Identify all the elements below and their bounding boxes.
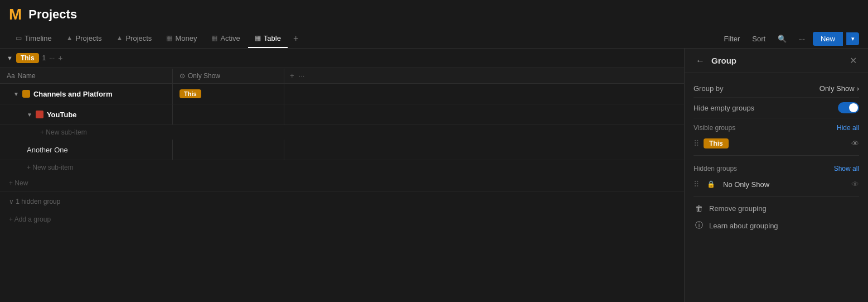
divider2	[694, 196, 859, 196]
filter-button[interactable]: Filter	[719, 32, 744, 45]
row-channels-name-cell: ▼ Channels and Platform	[0, 84, 173, 104]
table-row: ▼ Channels and Platform This	[0, 84, 684, 104]
hidden-groups-label: Hidden groups	[694, 165, 737, 172]
visible-group-tag-this: This	[704, 138, 729, 148]
hide-empty-groups-row: Hide empty groups	[694, 98, 859, 118]
col-add-actions: + ···	[284, 68, 310, 83]
add-column-button[interactable]: +	[290, 71, 294, 80]
tab-projects1-label: Projects	[76, 34, 102, 42]
row-youtube-name-cell: ▼ YouTube	[0, 104, 173, 124]
new-sub-item-youtube-label: + New sub-item	[40, 128, 87, 136]
table-icon: ▦	[255, 34, 261, 42]
hidden-groups-header: Hidden groups Show all	[694, 159, 859, 176]
new-button[interactable]: New	[813, 32, 843, 46]
row-youtube-name[interactable]: YouTube	[47, 111, 77, 119]
row-channels-toggle[interactable]: ▼	[13, 91, 19, 97]
group-by-label: Group by	[694, 84, 723, 93]
tab-money-label: Money	[175, 34, 197, 42]
panel-title: Group	[711, 56, 843, 65]
row-youtube-toggle[interactable]: ▼	[27, 112, 32, 118]
row-channels-rest-cell	[284, 84, 684, 104]
app-logo: M	[9, 6, 22, 23]
hide-empty-label: Hide empty groups	[694, 104, 754, 112]
hide-empty-toggle[interactable]	[838, 102, 859, 113]
name-col-icon: Aa	[7, 72, 15, 80]
table-area: ▼ This 1 ··· + Aa Name ⊙ Only Show + ···	[0, 49, 684, 302]
hidden-group-label: ∨ 1 hidden group	[9, 198, 60, 205]
group-collapse-toggle[interactable]: ▼	[7, 55, 13, 61]
tab-timeline-label: Timeline	[25, 34, 52, 42]
tab-projects2-label: Projects	[125, 34, 152, 42]
drag-handle-this[interactable]: ⠿	[694, 139, 699, 148]
more-options-button[interactable]: ···	[794, 32, 809, 45]
group-more-button[interactable]: ···	[49, 54, 55, 62]
visibility-toggle-no-only-show[interactable]: 👁	[851, 180, 859, 189]
new-sub-item-channels[interactable]: + New sub-item	[0, 160, 684, 175]
more-columns-button[interactable]: ···	[299, 71, 305, 80]
visible-groups-label: Visible groups	[694, 124, 735, 132]
divider	[694, 155, 859, 156]
sort-button[interactable]: Sort	[748, 32, 770, 45]
add-tab-button[interactable]: +	[289, 29, 303, 48]
hide-all-button[interactable]: Hide all	[837, 124, 859, 132]
hidden-group-name: No Only Show	[723, 180, 769, 189]
new-row-label: + New	[9, 179, 28, 187]
visible-group-item-this: ⠿ This 👁	[694, 135, 859, 152]
name-col-label: Name	[18, 72, 36, 80]
hidden-group-toggle[interactable]: ∨ 1 hidden group	[0, 192, 684, 211]
tab-table-label: Table	[264, 34, 281, 42]
app-header: M Projects	[0, 0, 868, 29]
tab-projects2[interactable]: ▲ Projects	[110, 30, 159, 48]
eye-off-icon: 👁	[851, 180, 859, 189]
group-by-value[interactable]: Only Show ›	[819, 84, 859, 93]
money-icon: ▦	[166, 34, 172, 42]
remove-grouping-row[interactable]: 🗑 Remove grouping	[694, 200, 859, 217]
group-count: 1	[42, 54, 46, 62]
tab-table[interactable]: ▦ Table	[248, 30, 288, 48]
add-group-button[interactable]: + Add a group	[0, 211, 684, 228]
panel-back-button[interactable]: ←	[694, 56, 707, 66]
tab-active[interactable]: ▦ Active	[205, 30, 246, 48]
tab-projects1[interactable]: ▲ Projects	[60, 30, 109, 48]
toggle-knob	[849, 103, 858, 112]
panel-header: ← Group ✕	[685, 49, 868, 73]
new-sub-item-youtube[interactable]: + New sub-item	[0, 125, 684, 140]
row-another-status-cell	[173, 140, 284, 160]
row-channels-status-tag[interactable]: This	[180, 89, 201, 98]
drag-handle-no-only-show[interactable]: ⠿	[694, 180, 699, 189]
row-youtube-status-cell	[173, 104, 284, 124]
row-channels-icon	[22, 90, 30, 98]
row-another-name[interactable]: Another One	[27, 146, 68, 154]
panel-close-button[interactable]: ✕	[847, 55, 859, 66]
new-button-dropdown[interactable]: ▾	[846, 32, 859, 45]
group-by-row: Group by Only Show ›	[694, 80, 859, 98]
column-headers: Aa Name ⊙ Only Show + ···	[0, 68, 684, 84]
group-by-chevron-icon: ›	[857, 84, 859, 93]
group-add-button[interactable]: +	[58, 54, 62, 63]
show-all-button[interactable]: Show all	[834, 165, 859, 172]
row-another-name-cell: Another One	[0, 140, 173, 160]
search-button[interactable]: 🔍	[773, 32, 791, 45]
only-show-col-icon: ⊙	[180, 72, 185, 80]
tab-money[interactable]: ▦ Money	[159, 30, 203, 48]
group-by-value-text: Only Show	[819, 84, 855, 93]
learn-grouping-row[interactable]: ⓘ Learn about grouping	[694, 217, 859, 234]
remove-grouping-label: Remove grouping	[709, 204, 767, 213]
col-name-header: Aa Name	[0, 69, 173, 83]
tab-timeline[interactable]: ▭ Timeline	[9, 30, 59, 48]
projects2-icon: ▲	[117, 34, 123, 42]
row-youtube-icon	[36, 111, 43, 118]
visibility-toggle-this[interactable]: 👁	[851, 139, 859, 148]
new-row-button[interactable]: + New	[0, 175, 684, 192]
search-icon: 🔍	[778, 35, 787, 43]
hidden-group-lock-icon: 🔒	[704, 179, 719, 189]
app-title: Projects	[28, 7, 77, 22]
row-channels-name[interactable]: Channels and Platform	[33, 90, 113, 98]
row-another-rest-cell	[284, 140, 684, 160]
active-icon: ▦	[211, 34, 217, 42]
learn-grouping-label: Learn about grouping	[709, 222, 778, 230]
col-only-show-header: ⊙ Only Show	[173, 69, 284, 83]
timeline-icon: ▭	[16, 34, 22, 42]
group-header-row: ▼ This 1 ··· +	[0, 49, 684, 68]
table-row: Another One	[0, 140, 684, 160]
